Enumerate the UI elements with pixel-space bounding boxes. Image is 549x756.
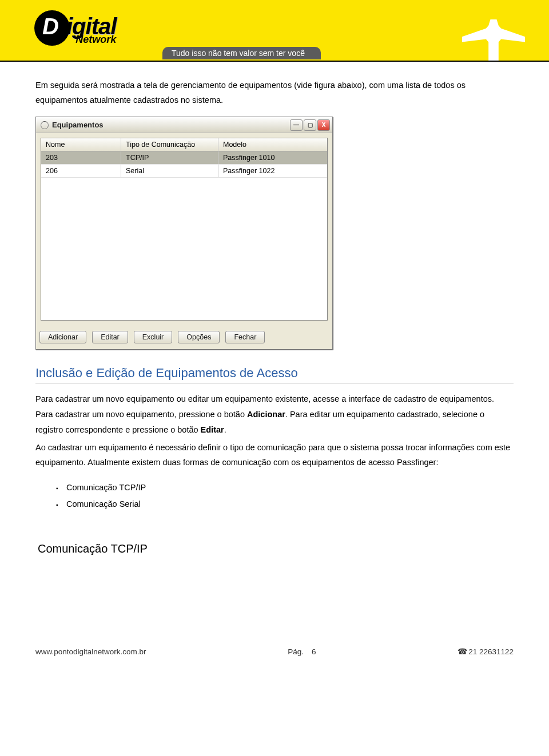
christ-silhouette-icon	[462, 19, 525, 61]
brand-logo: igital Network	[34, 10, 116, 46]
equipamentos-dialog: Equipamentos — ▢ X Nome Tipo de Comunica…	[35, 117, 333, 350]
list-item: Comunicação Serial	[56, 496, 514, 513]
col-tipo[interactable]: Tipo de Comunicação	[121, 138, 218, 151]
close-window-button[interactable]: X	[317, 119, 330, 131]
slogan: Tudo isso não tem valor sem ter você	[162, 47, 321, 59]
delete-button[interactable]: Excluir	[134, 331, 173, 343]
page-label: Pág.	[288, 647, 304, 656]
subsection-heading: Comunicação TCP/IP	[38, 542, 514, 555]
cell-tipo: TCP/IP	[121, 151, 218, 164]
page-banner: igital Network Tudo isso não tem valor s…	[0, 0, 549, 62]
cell-nome: 206	[41, 165, 121, 177]
cell-nome: 203	[41, 151, 121, 164]
app-icon	[41, 121, 49, 129]
cell-modelo: Passfinger 1010	[218, 151, 327, 164]
phone-icon: ☎	[458, 647, 467, 656]
grid-header: Nome Tipo de Comunicação Modelo	[41, 138, 327, 151]
logo-word-digital: igital	[66, 17, 116, 36]
cell-modelo: Passfinger 1022	[218, 165, 327, 177]
body-text: .	[224, 425, 226, 434]
page-footer: www.pontodigitalnetwork.com.br Pág. 6 ☎2…	[0, 647, 549, 669]
section-body-1: Para cadastrar um novo equipamento ou ed…	[35, 391, 514, 437]
table-row[interactable]: 206 Serial Passfinger 1022	[41, 165, 327, 178]
footer-phone: 21 22631122	[468, 647, 514, 656]
col-nome[interactable]: Nome	[41, 138, 121, 151]
list-item: Comunicação TCP/IP	[56, 479, 514, 496]
cell-tipo: Serial	[121, 165, 218, 177]
bold-editar: Editar	[201, 425, 224, 434]
page-number: 6	[312, 647, 316, 656]
logo-d-icon	[34, 10, 70, 46]
section-body-2: Ao cadastrar um equipamento é necessário…	[35, 440, 514, 471]
bullet-list: Comunicação TCP/IP Comunicação Serial	[56, 479, 514, 513]
dialog-title-text: Equipamentos	[52, 121, 104, 129]
equipment-grid[interactable]: Nome Tipo de Comunicação Modelo 203 TCP/…	[41, 138, 328, 321]
minimize-button[interactable]: —	[290, 119, 303, 131]
footer-url: www.pontodigitalnetwork.com.br	[35, 647, 146, 656]
col-modelo[interactable]: Modelo	[218, 138, 327, 151]
logo-word-network: Network	[66, 34, 116, 46]
section-heading: Inclusão e Edição de Equipamentos de Ace…	[35, 366, 514, 383]
maximize-button[interactable]: ▢	[304, 119, 316, 131]
edit-button[interactable]: Editar	[92, 331, 128, 343]
bold-adicionar: Adicionar	[247, 410, 285, 419]
dialog-titlebar: Equipamentos — ▢ X	[36, 117, 332, 133]
add-button[interactable]: Adicionar	[39, 331, 86, 343]
dialog-footer: Adicionar Editar Excluir Opções Fechar	[36, 325, 332, 349]
intro-paragraph: Em seguida será mostrada a tela de geren…	[35, 78, 514, 107]
logo-text: igital Network	[66, 17, 116, 46]
options-button[interactable]: Opções	[178, 331, 220, 343]
close-button[interactable]: Fechar	[225, 331, 265, 343]
table-row[interactable]: 203 TCP/IP Passfinger 1010	[41, 151, 327, 165]
